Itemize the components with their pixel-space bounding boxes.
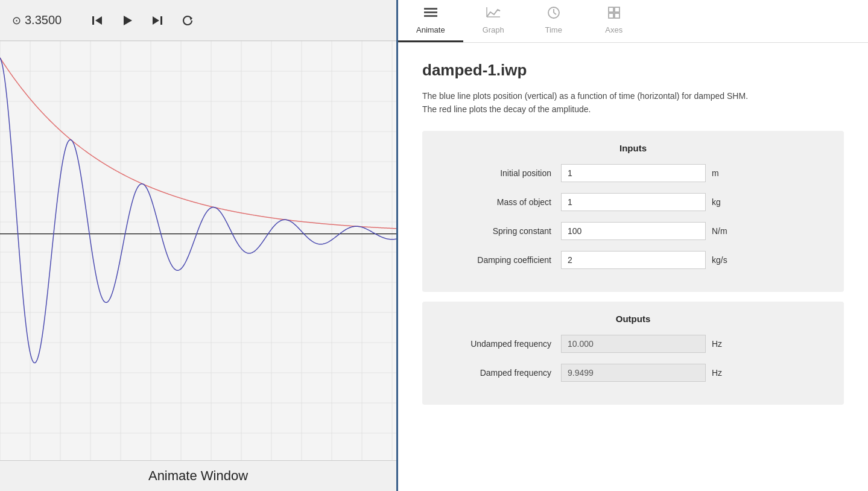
inputs-title: Inputs: [440, 143, 826, 153]
damped-frequency-unit: Hz: [706, 368, 736, 378]
spring-constant-unit: N/m: [706, 226, 736, 236]
field-row-undamped-freq: Undamped frequency Hz: [440, 335, 826, 353]
svg-rect-8: [424, 15, 437, 17]
undamped-frequency-output: [561, 335, 706, 353]
description-line1: The blue line plots position (vertical) …: [422, 91, 748, 101]
svg-rect-0: [92, 16, 94, 25]
play-button[interactable]: [118, 11, 136, 30]
description: The blue line plots position (vertical) …: [422, 89, 844, 116]
clock-icon: ⊙: [12, 14, 21, 27]
undamped-frequency-unit: Hz: [706, 339, 736, 349]
tab-graph[interactable]: Graph: [463, 0, 524, 42]
axes-tab-icon: [607, 6, 621, 23]
mass-label: Mass of object: [440, 197, 561, 207]
svg-line-13: [554, 13, 556, 14]
tab-animate[interactable]: Animate: [398, 0, 463, 42]
field-row-initial-position: Initial position m: [440, 164, 826, 182]
graph-tab-label: Graph: [483, 25, 504, 34]
toolbar: ⊙ 3.3500: [0, 0, 396, 41]
initial-position-input[interactable]: [561, 164, 706, 182]
svg-rect-7: [424, 11, 437, 13]
time-display: ⊙ 3.3500: [12, 13, 62, 27]
animate-window-label: Animate Window: [0, 460, 396, 491]
content-area: damped-1.iwp The blue line plots positio…: [398, 43, 868, 491]
field-row-spring-constant: Spring constant N/m: [440, 222, 826, 240]
playback-controls: [88, 11, 197, 30]
time-value: 3.3500: [25, 13, 62, 27]
skip-forward-button[interactable]: [148, 11, 166, 30]
animate-tab-label: Animate: [416, 25, 445, 34]
svg-marker-4: [153, 16, 159, 25]
damped-frequency-label: Damped frequency: [440, 368, 561, 378]
damping-coefficient-input[interactable]: [561, 251, 706, 269]
right-panel: Animate Graph Time: [398, 0, 868, 491]
tab-bar: Animate Graph Time: [398, 0, 868, 43]
spring-constant-label: Spring constant: [440, 226, 561, 236]
time-tab-label: Time: [545, 25, 562, 34]
field-row-damping: Damping coefficient kg/s: [440, 251, 826, 269]
description-line2: The red line plots the decay of the ampl…: [422, 104, 591, 114]
svg-marker-2: [124, 16, 132, 25]
initial-position-label: Initial position: [440, 168, 561, 178]
axes-tab-label: Axes: [605, 25, 622, 34]
skip-back-button[interactable]: [88, 11, 106, 30]
refresh-button[interactable]: [179, 11, 197, 30]
field-row-mass: Mass of object kg: [440, 193, 826, 211]
mass-input[interactable]: [561, 193, 706, 211]
svg-rect-15: [615, 7, 619, 12]
time-tab-icon: [547, 6, 560, 23]
outputs-title: Outputs: [440, 314, 826, 324]
undamped-frequency-label: Undamped frequency: [440, 339, 561, 349]
mass-unit: kg: [706, 197, 736, 207]
svg-rect-6: [424, 8, 437, 10]
svg-rect-14: [609, 7, 613, 12]
outputs-section: Outputs Undamped frequency Hz Damped fre…: [422, 302, 844, 405]
animate-tab-icon: [423, 6, 439, 23]
tab-axes[interactable]: Axes: [584, 0, 644, 42]
graph-tab-icon: [486, 6, 501, 23]
svg-marker-5: [189, 16, 192, 21]
inputs-section: Inputs Initial position m Mass of object…: [422, 131, 844, 292]
svg-rect-16: [609, 13, 613, 18]
graph-area: [0, 41, 396, 460]
svg-rect-17: [615, 13, 619, 18]
tab-time[interactable]: Time: [524, 0, 584, 42]
damping-coefficient-label: Damping coefficient: [440, 255, 561, 265]
wave-canvas: [0, 41, 396, 460]
field-row-damped-freq: Damped frequency Hz: [440, 364, 826, 382]
spring-constant-input[interactable]: [561, 222, 706, 240]
svg-marker-1: [95, 16, 102, 25]
initial-position-unit: m: [706, 168, 736, 178]
svg-rect-3: [160, 16, 162, 25]
app-title: damped-1.iwp: [422, 61, 844, 80]
left-panel: ⊙ 3.3500: [0, 0, 398, 491]
damped-frequency-output: [561, 364, 706, 382]
damping-unit: kg/s: [706, 255, 736, 265]
